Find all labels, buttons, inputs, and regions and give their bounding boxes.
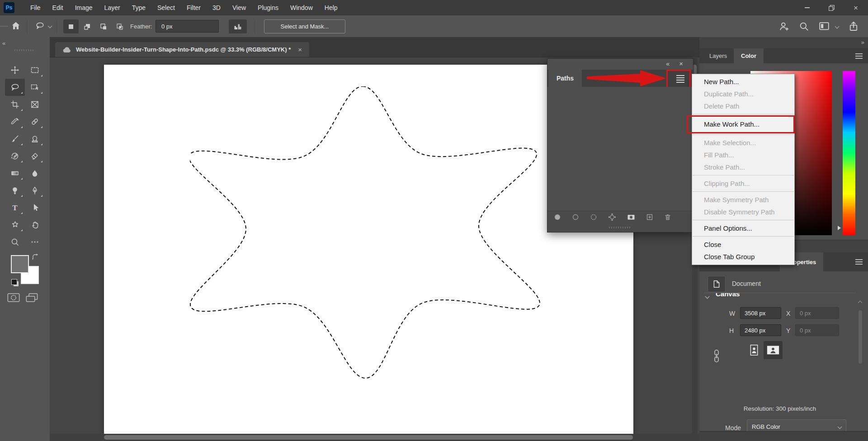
expand-dock-button[interactable]: » xyxy=(861,39,864,46)
workspace-switcher[interactable] xyxy=(818,21,839,31)
tool-clone-stamp[interactable] xyxy=(25,130,45,147)
paths-list-empty[interactable] xyxy=(547,87,693,211)
close-window-button[interactable]: × xyxy=(844,0,868,15)
height-input[interactable]: 2480 px xyxy=(740,324,781,336)
tab-color[interactable]: Color xyxy=(734,48,764,63)
menu-plugins[interactable]: Plugins xyxy=(252,0,284,15)
menu-image[interactable]: Image xyxy=(69,0,99,15)
feather-input[interactable]: 0 px xyxy=(156,20,219,33)
horizontal-scrollbar-thumb[interactable] xyxy=(104,435,633,440)
tool-blur[interactable] xyxy=(25,165,45,182)
share-button[interactable] xyxy=(848,20,859,32)
properties-menu-button[interactable] xyxy=(855,259,863,265)
hue-strip[interactable] xyxy=(843,71,855,235)
menu-item-panel-options[interactable]: Panel Options... xyxy=(692,222,794,234)
tool-move[interactable] xyxy=(5,62,25,79)
menu-file[interactable]: File xyxy=(24,0,47,15)
select-and-mask-button[interactable]: Select and Mask... xyxy=(264,19,345,33)
subtract-selection-mode-button[interactable] xyxy=(96,19,111,33)
paths-panel-resize-grip[interactable] xyxy=(547,223,693,232)
swap-colors-button[interactable] xyxy=(32,253,39,261)
add-mask-icon[interactable] xyxy=(627,213,635,221)
restore-button[interactable] xyxy=(819,0,844,15)
toolbar-grip[interactable] xyxy=(14,49,34,51)
tab-paths[interactable]: Paths xyxy=(548,70,582,87)
fill-path-icon[interactable] xyxy=(554,213,561,221)
menu-item-close-tab-group[interactable]: Close Tab Group xyxy=(692,251,794,263)
canvas-section-chevron-icon[interactable] xyxy=(705,294,710,299)
tool-more[interactable] xyxy=(25,233,45,251)
foreground-color-swatch[interactable] xyxy=(11,255,29,273)
search-button[interactable] xyxy=(798,21,809,32)
hue-slider-marker[interactable] xyxy=(838,226,841,230)
tool-preset-lasso[interactable] xyxy=(34,21,52,31)
tool-marquee[interactable] xyxy=(25,62,45,79)
add-selection-mode-button[interactable] xyxy=(80,19,95,33)
tab-layers[interactable]: Layers xyxy=(702,48,734,63)
minimize-button[interactable] xyxy=(795,0,819,15)
photoshop-logo-icon: Ps xyxy=(4,2,14,13)
tool-eraser[interactable] xyxy=(25,147,45,165)
menu-view[interactable]: View xyxy=(226,0,252,15)
tool-brush[interactable] xyxy=(5,130,25,147)
menu-layer[interactable]: Layer xyxy=(99,0,126,15)
menu-type[interactable]: Type xyxy=(126,0,151,15)
scroll-up-icon[interactable] xyxy=(858,301,863,305)
tool-hand[interactable] xyxy=(25,216,45,233)
menu-item-make-work-path[interactable]: Make Work Path... xyxy=(692,116,794,133)
y-input[interactable]: 0 px xyxy=(795,324,839,336)
load-selection-icon[interactable] xyxy=(590,213,597,221)
landscape-orientation-button[interactable] xyxy=(764,341,783,359)
anti-alias-button[interactable] xyxy=(229,19,247,33)
new-selection-mode-button[interactable] xyxy=(63,19,79,33)
new-path-icon[interactable] xyxy=(646,213,653,221)
menu-3d[interactable]: 3D xyxy=(207,0,226,15)
menu-filter[interactable]: Filter xyxy=(181,0,207,15)
tab-close-icon[interactable]: × xyxy=(298,46,302,53)
tool-crop[interactable] xyxy=(5,96,25,113)
x-input[interactable]: 0 px xyxy=(795,307,839,319)
portrait-orientation-button[interactable] xyxy=(747,342,761,358)
link-dimensions-button[interactable] xyxy=(713,349,720,363)
menu-edit[interactable]: Edit xyxy=(47,0,69,15)
add-user-button[interactable] xyxy=(778,21,789,32)
tool-object-selection[interactable] xyxy=(25,79,45,96)
quick-mask-button[interactable] xyxy=(7,292,20,303)
menu-help[interactable]: Help xyxy=(319,0,344,15)
tool-path-select[interactable] xyxy=(25,199,45,216)
options-grip[interactable] xyxy=(0,26,8,28)
document-type-button[interactable] xyxy=(708,276,726,292)
width-input[interactable]: 3508 px xyxy=(740,307,781,319)
annotation-red-arrow xyxy=(586,68,669,88)
menu-item-new-path[interactable]: New Path... xyxy=(692,76,794,88)
close-panel-button[interactable]: × xyxy=(679,60,683,67)
tool-eyedropper[interactable] xyxy=(5,113,25,130)
tool-dodge[interactable] xyxy=(5,182,25,199)
menu-item-close[interactable]: Close xyxy=(692,238,794,251)
menu-window[interactable]: Window xyxy=(284,0,319,15)
screen-mode-button[interactable] xyxy=(25,292,39,303)
y-label: Y xyxy=(786,327,790,334)
tool-history-brush[interactable] xyxy=(5,147,25,165)
menu-select[interactable]: Select xyxy=(151,0,181,15)
tool-lasso[interactable] xyxy=(5,79,25,96)
stroke-path-icon[interactable] xyxy=(572,213,579,221)
document-tab[interactable]: Website-Builder-Insider-Turn-Shape-Into-… xyxy=(55,42,309,57)
horizontal-scrollbar[interactable] xyxy=(50,434,699,441)
tool-gradient[interactable] xyxy=(5,165,25,182)
zoom-icon xyxy=(10,237,19,247)
delete-path-icon[interactable] xyxy=(664,213,671,221)
collapse-dock-button[interactable]: « xyxy=(2,40,5,47)
tool-zoom[interactable] xyxy=(5,233,25,251)
tool-frame[interactable] xyxy=(25,96,45,113)
color-panel-menu-button[interactable] xyxy=(855,53,863,59)
tool-pen[interactable] xyxy=(25,182,45,199)
collapse-panel-button[interactable]: « xyxy=(666,60,670,67)
home-button[interactable] xyxy=(11,21,21,31)
tool-healing-brush[interactable] xyxy=(25,113,45,130)
intersect-selection-mode-button[interactable] xyxy=(112,19,127,33)
properties-scrollbar-thumb[interactable] xyxy=(859,310,862,364)
tool-type[interactable]: T xyxy=(5,199,25,216)
make-work-path-icon[interactable] xyxy=(608,213,616,221)
tool-shape[interactable] xyxy=(5,216,25,233)
